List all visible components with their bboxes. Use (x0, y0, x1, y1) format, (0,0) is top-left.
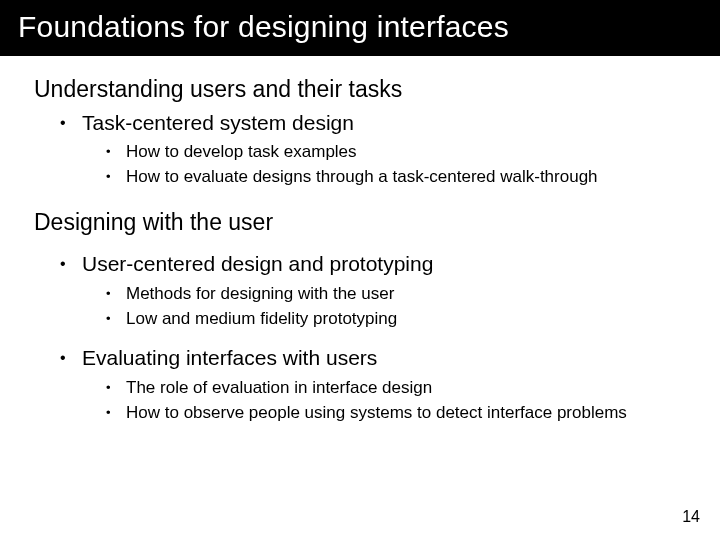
page-number: 14 (682, 508, 700, 526)
slide-title: Foundations for designing interfaces (18, 10, 702, 44)
sub-item: The role of evaluation in interface desi… (106, 377, 692, 400)
item-label: Evaluating interfaces with users (82, 346, 377, 369)
slide-body: Understanding users and their tasks Task… (0, 56, 720, 425)
sub-item: How to evaluate designs through a task-c… (106, 166, 692, 189)
list-item: User-centered design and prototyping Met… (60, 250, 692, 330)
section-heading: Designing with the user (34, 209, 692, 236)
bullet-list: User-centered design and prototyping Met… (60, 250, 692, 424)
item-label: Task-centered system design (82, 111, 354, 134)
sub-item: Methods for designing with the user (106, 283, 692, 306)
item-label: User-centered design and prototyping (82, 252, 433, 275)
bullet-list: Task-centered system design How to devel… (60, 109, 692, 189)
slide: Foundations for designing interfaces Und… (0, 0, 720, 540)
sub-item: Low and medium fidelity prototyping (106, 308, 692, 331)
sub-item: How to observe people using systems to d… (106, 402, 692, 425)
sub-list: Methods for designing with the user Low … (106, 283, 692, 331)
sub-item: How to develop task examples (106, 141, 692, 164)
list-item: Task-centered system design How to devel… (60, 109, 692, 189)
list-item: Evaluating interfaces with users The rol… (60, 344, 692, 424)
sub-list: The role of evaluation in interface desi… (106, 377, 692, 425)
sub-list: How to develop task examples How to eval… (106, 141, 692, 189)
title-bar: Foundations for designing interfaces (0, 0, 720, 56)
section-heading: Understanding users and their tasks (34, 76, 692, 103)
